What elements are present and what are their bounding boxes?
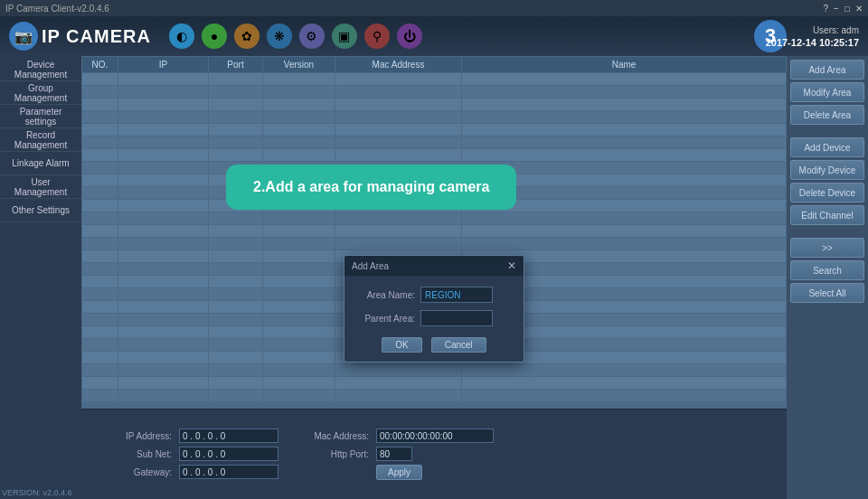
mac-input[interactable] [376,428,494,443]
sidebar-item-linkage-alarm[interactable]: Linkage Alarm [0,152,81,175]
edit-channel-button[interactable]: Edit Channel [790,205,864,225]
header: 📷 IP CAMERA ◐ ● ✿ ❋ ⚙ ▣ ⚲ ⏻ 3 Users: adm… [0,16,868,56]
sidebar-item-other-settings[interactable]: Other Settings [0,199,81,222]
gateway-input[interactable] [179,465,278,479]
titlebar: IP Camera Client-v2.0.4.6 ? − □ ✕ [0,0,868,16]
sidebar: Device Management Group Management Param… [0,56,81,499]
modify-device-button[interactable]: Modify Device [790,160,864,180]
mac-label: Mac Address: [297,431,369,441]
gateway-row: Gateway: [99,465,278,479]
nav-icons[interactable]: ◐ ● ✿ ❋ ⚙ ▣ ⚲ ⏻ [169,24,422,49]
nav-icon-8[interactable]: ⏻ [397,24,422,49]
ip-label: IP Address: [99,431,172,441]
modal-titlebar: Add Area ✕ [344,256,524,276]
app-title: IP Camera Client-v2.0.4.6 [5,4,109,14]
subnet-label: Sub Net: [99,449,172,459]
right-panel: Add Area Modify Area Delete Area Add Dev… [787,56,868,499]
add-area-button[interactable]: Add Area [790,60,864,80]
cancel-button[interactable]: Cancel [431,337,486,353]
logo-text: IP CAMERA [42,26,151,47]
nav-icon-5[interactable]: ⚙ [299,24,325,49]
user-info: Users: adm [813,25,859,35]
search-button[interactable]: Search [790,260,864,280]
area-name-label: Area Name: [354,290,415,300]
parent-area-input[interactable] [420,310,493,326]
nav-icon-3[interactable]: ✿ [234,24,259,49]
help-button[interactable]: ? [824,4,829,14]
http-port-input[interactable] [376,447,412,461]
camera-icon: 📷 [9,22,38,51]
forward-button[interactable]: >> [790,238,864,258]
table-area: NO. IP Port Version Mac Address Name 2.A… [81,56,787,409]
modal-close-button[interactable]: ✕ [507,259,516,272]
maximize-button[interactable]: □ [844,4,850,14]
nav-icon-1[interactable]: ◐ [169,24,194,49]
nav-icon-4[interactable]: ❋ [267,24,292,49]
sidebar-item-group-management[interactable]: Group Management [0,81,81,105]
bottom-bar: IP Address: Sub Net: Gateway: Mac Addres… [81,409,787,499]
window-controls[interactable]: ? − □ ✕ [824,4,863,14]
ip-input[interactable] [179,428,278,443]
version-label: VERSION: v2.0.4.6 [2,488,72,497]
nav-icon-2[interactable]: ● [202,24,227,49]
modify-area-button[interactable]: Modify Area [790,82,864,102]
area-name-field: Area Name: [354,287,514,303]
apply-row: Apply [297,465,494,480]
select-all-button[interactable]: Select All [790,283,864,303]
add-area-dialog: Add Area ✕ Area Name: Parent Area: [344,255,524,362]
main-layout: Device Management Group Management Param… [0,56,868,499]
header-right: Users: adm 2017-12-14 10:25:17 [766,16,859,56]
nav-icon-7[interactable]: ⚲ [364,24,390,49]
parent-area-label: Parent Area: [354,314,415,324]
area-name-input[interactable] [420,287,493,303]
delete-area-button[interactable]: Delete Area [790,105,864,125]
http-port-row: Http Port: [297,447,494,461]
datetime: 2017-12-14 10:25:17 [766,37,859,48]
sidebar-item-device-management[interactable]: Device Management [0,58,81,81]
modal-footer: OK Cancel [344,337,524,362]
content-area: NO. IP Port Version Mac Address Name 2.A… [81,56,787,499]
nav-icon-6[interactable]: ▣ [332,24,357,49]
sidebar-item-user-management[interactable]: User Management [0,175,81,199]
ok-button[interactable]: OK [382,337,421,353]
modal-title: Add Area [352,261,389,271]
logo: 📷 IP CAMERA [9,22,151,51]
apply-button[interactable]: Apply [376,465,422,480]
ip-row: IP Address: [99,428,278,443]
modal-body: Area Name: Parent Area: [344,276,524,337]
mac-row: Mac Address: [297,428,494,443]
modal-overlay: Add Area ✕ Area Name: Parent Area: [81,56,787,409]
parent-area-field: Parent Area: [354,310,514,326]
delete-device-button[interactable]: Delete Device [790,183,864,202]
sidebar-item-parameter-settings[interactable]: Parameter settings [0,105,81,128]
gateway-label: Gateway: [99,467,172,477]
minimize-button[interactable]: − [834,4,839,14]
add-device-button[interactable]: Add Device [790,137,864,157]
http-port-label: Http Port: [297,449,369,459]
sidebar-item-record-management[interactable]: Record Management [0,128,81,152]
close-button[interactable]: ✕ [855,4,863,14]
subnet-row: Sub Net: [99,447,278,461]
subnet-input[interactable] [179,447,278,461]
